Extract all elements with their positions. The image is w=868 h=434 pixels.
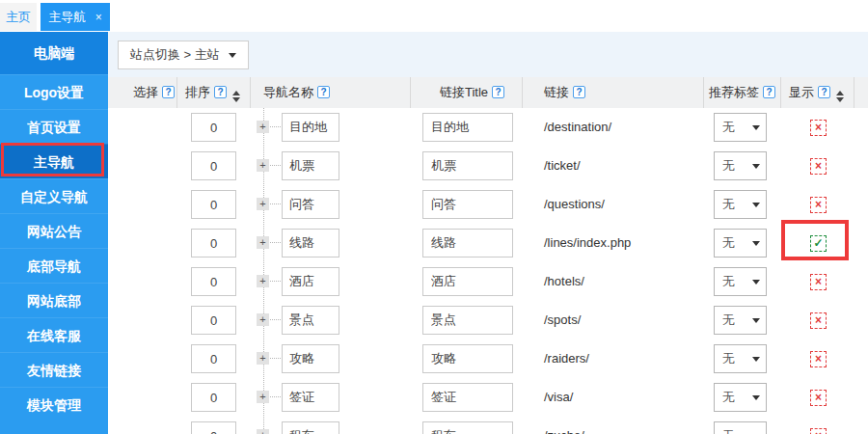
tag-select[interactable]: 无: [714, 344, 767, 373]
nav-name-input[interactable]: [282, 190, 339, 219]
help-icon[interactable]: ?: [317, 86, 330, 98]
column-label-select: 选择: [133, 85, 158, 99]
tree-expand-icon[interactable]: +: [257, 391, 269, 403]
nav-name-input[interactable]: [282, 383, 339, 412]
tab-home[interactable]: 主页: [0, 3, 37, 31]
nav-name-input[interactable]: [282, 229, 339, 258]
sidebar-item-logo-settings[interactable]: Logo设置: [0, 74, 108, 109]
sort-desc-icon[interactable]: [836, 97, 844, 102]
visible-off-icon[interactable]: ×: [810, 351, 827, 367]
caret-down-icon: [752, 203, 760, 207]
link-title-input[interactable]: [422, 306, 513, 335]
tag-select[interactable]: 无: [714, 151, 767, 180]
tag-select-value: 无: [722, 307, 735, 334]
tree-expand-icon[interactable]: +: [257, 121, 269, 133]
close-icon[interactable]: ×: [95, 11, 102, 24]
help-icon[interactable]: ?: [763, 86, 775, 98]
link-title-input[interactable]: [422, 267, 513, 296]
link-title-input[interactable]: [422, 229, 513, 258]
link-text: /visa/: [544, 378, 573, 417]
tag-select[interactable]: 无: [714, 421, 767, 434]
help-icon[interactable]: ?: [573, 86, 585, 98]
sort-input[interactable]: [191, 229, 236, 258]
column-label-link: 链接: [544, 85, 569, 99]
column-header-title: 链接Title?: [411, 77, 523, 108]
sort-asc-icon[interactable]: [836, 91, 844, 95]
link-title-input[interactable]: [422, 151, 513, 180]
caret-down-icon: [752, 318, 760, 323]
tag-select[interactable]: 无: [714, 267, 767, 296]
link-text: /destination/: [544, 108, 611, 147]
tree-expand-icon[interactable]: +: [257, 275, 269, 287]
nav-name-input[interactable]: [282, 306, 339, 335]
toolbar-band: 站点切换 > 主站: [108, 32, 868, 77]
table-row: +/ticket/无×: [108, 147, 868, 185]
sidebar-items: Logo设置首页设置主导航自定义导航网站公告底部导航网站底部在线客服友情链接模块…: [0, 74, 108, 421]
tree-expand-icon[interactable]: +: [257, 198, 269, 210]
visible-off-icon[interactable]: ×: [810, 428, 827, 434]
visible-off-icon[interactable]: ×: [810, 197, 827, 213]
sort-arrows-icon[interactable]: [836, 91, 844, 102]
nav-name-input[interactable]: [282, 421, 339, 434]
tag-select[interactable]: 无: [714, 383, 767, 412]
sort-arrows-icon[interactable]: [232, 91, 240, 102]
sort-input[interactable]: [191, 190, 236, 219]
sort-asc-icon[interactable]: [232, 91, 240, 95]
help-icon[interactable]: ?: [818, 86, 830, 98]
nav-name-input[interactable]: [282, 113, 339, 142]
nav-name-input[interactable]: [282, 151, 339, 180]
tag-select[interactable]: 无: [714, 306, 767, 335]
sidebar-item-module-manage[interactable]: 模块管理: [0, 387, 108, 421]
sidebar-item-home-settings[interactable]: 首页设置: [0, 109, 108, 144]
visible-off-icon[interactable]: ×: [810, 390, 827, 406]
visible-off-icon[interactable]: ×: [810, 120, 827, 136]
site-switch-button[interactable]: 站点切换 > 主站: [118, 41, 249, 69]
sidebar-item-main-nav[interactable]: 主导航: [0, 144, 108, 178]
caret-down-icon: [752, 125, 760, 130]
sidebar-item-site-notice[interactable]: 网站公告: [0, 213, 108, 248]
link-title-input[interactable]: [422, 190, 513, 219]
sort-input[interactable]: [191, 421, 236, 434]
sidebar: 电脑端 Logo设置首页设置主导航自定义导航网站公告底部导航网站底部在线客服友情…: [0, 32, 108, 434]
tag-select[interactable]: 无: [714, 190, 767, 219]
tab-main-nav[interactable]: 主导航 ×: [41, 3, 110, 31]
visible-on-icon[interactable]: ✓: [810, 235, 827, 252]
column-label-sort: 排序: [185, 85, 210, 99]
column-label-show: 显示: [789, 85, 814, 99]
sidebar-item-footer-nav[interactable]: 底部导航: [0, 248, 108, 283]
tree-expand-icon[interactable]: +: [257, 352, 269, 365]
help-icon[interactable]: ?: [162, 86, 175, 98]
nav-name-input[interactable]: [282, 344, 339, 373]
tree-expand-icon[interactable]: +: [257, 236, 269, 249]
sort-desc-icon[interactable]: [232, 97, 240, 102]
tag-select[interactable]: 无: [714, 113, 767, 142]
sort-input[interactable]: [191, 267, 236, 296]
column-header-select: 选择?: [108, 77, 177, 108]
caret-down-icon: [752, 241, 760, 246]
sort-input[interactable]: [191, 344, 236, 373]
visible-off-icon[interactable]: ×: [810, 158, 827, 175]
visible-off-icon[interactable]: ×: [810, 274, 827, 290]
caret-down-icon: [752, 357, 760, 362]
link-title-input[interactable]: [422, 421, 513, 434]
sidebar-item-site-footer[interactable]: 网站底部: [0, 283, 108, 317]
sort-input[interactable]: [191, 113, 236, 142]
tree-expand-icon[interactable]: +: [257, 313, 269, 326]
tag-select[interactable]: 无: [714, 229, 767, 258]
link-text: /questions/: [544, 185, 605, 224]
sort-input[interactable]: [191, 306, 236, 335]
tree-expand-icon[interactable]: +: [257, 429, 269, 434]
sidebar-item-custom-nav[interactable]: 自定义导航: [0, 178, 108, 213]
nav-name-input[interactable]: [282, 267, 339, 296]
sidebar-item-friend-links[interactable]: 友情链接: [0, 352, 108, 387]
sort-input[interactable]: [191, 151, 236, 180]
tree-expand-icon[interactable]: +: [257, 159, 269, 172]
link-title-input[interactable]: [422, 344, 513, 373]
sort-input[interactable]: [191, 383, 236, 412]
link-title-input[interactable]: [422, 383, 513, 412]
link-title-input[interactable]: [422, 113, 513, 142]
help-icon[interactable]: ?: [492, 86, 504, 98]
visible-off-icon[interactable]: ×: [810, 312, 827, 329]
sidebar-item-online-service[interactable]: 在线客服: [0, 317, 108, 352]
help-icon[interactable]: ?: [214, 86, 227, 98]
